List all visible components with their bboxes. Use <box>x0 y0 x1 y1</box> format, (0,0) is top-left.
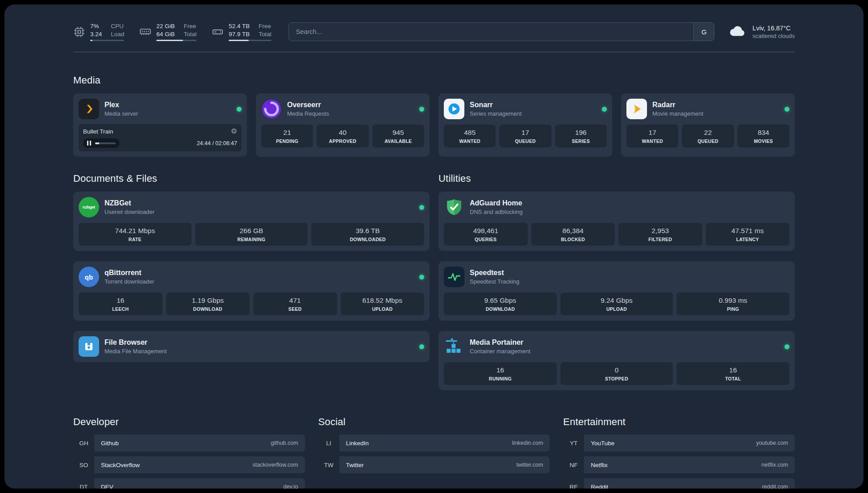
service-name: Speedtest <box>470 269 519 277</box>
service-card-portainer[interactable]: Media Portainer Container management 16 … <box>438 331 795 390</box>
bookmark-name: DEV <box>101 484 113 489</box>
bookmark-linkedin[interactable]: LI LinkedIn linkedin.com <box>318 435 550 451</box>
service-desc: Movie management <box>652 110 703 117</box>
bookmark-name: YouTube <box>591 440 614 447</box>
stat-value: 266 GB <box>197 227 306 235</box>
status-dot <box>785 344 789 349</box>
stat-label: APPROVED <box>318 138 367 144</box>
disk-widget: 52.4 TB 97.9 TB Free Total <box>212 22 271 41</box>
search-provider-button[interactable]: G <box>693 23 714 41</box>
bookmark-abbr: DT <box>73 478 94 489</box>
stat-box: 21 PENDING <box>261 125 313 147</box>
topbar: 7% 3.24 CPU Load <box>73 21 795 42</box>
bookmark-name: Reddit <box>591 484 608 489</box>
service-desc: Container management <box>470 348 530 355</box>
stat-box: 16 RUNNING <box>444 362 557 385</box>
status-dot <box>419 275 424 280</box>
bookmark-url: youtube.com <box>756 440 788 446</box>
nzbget-icon: nzbget <box>79 197 99 217</box>
bookmark-abbr: SO <box>73 456 94 473</box>
adguard-icon <box>444 197 464 217</box>
service-card-qbittorrent[interactable]: qb qBittorrent Torrent downloader 16 LEE… <box>73 261 430 321</box>
stat-box: 498,461 QUERIES <box>444 223 528 246</box>
bookmark-github[interactable]: GH Github github.com <box>73 435 305 451</box>
service-card-plex[interactable]: Plex Media server Bullet Train ⚙ <box>73 93 247 157</box>
stat-box: 834 MOVIES <box>738 125 789 147</box>
bookmark-abbr: LI <box>318 435 339 451</box>
stat-box: 196 SERIES <box>555 125 607 147</box>
bookmark-url: dev.to <box>284 484 298 489</box>
service-name: Plex <box>104 101 138 109</box>
bookmark-abbr: TW <box>318 456 339 473</box>
service-name: AdGuard Home <box>470 199 523 207</box>
status-dot <box>419 107 424 112</box>
bookmarks: Developer GH Github github.com SO StackO… <box>73 416 795 489</box>
service-name: Media Portainer <box>470 338 530 347</box>
memory-labels: Free Total <box>184 22 197 38</box>
stat-label: REMAINING <box>197 237 306 242</box>
stat-box: 16 LEECH <box>79 292 163 315</box>
stat-value: 17 <box>501 129 549 137</box>
bookmark-dev[interactable]: DT DEV dev.to <box>73 478 305 489</box>
service-card-radarr[interactable]: Radarr Movie management 17 WANTED 22 QUE… <box>621 93 795 157</box>
stat-value: 196 <box>557 129 605 137</box>
section-title-entertainment: Entertainment <box>563 416 795 428</box>
service-card-overseerr[interactable]: Overseerr Media Requests 21 PENDING 40 A… <box>256 93 430 157</box>
memory-values: 22 GiB 64 GiB <box>156 22 175 38</box>
disk-total: 97.9 TB <box>229 30 250 38</box>
bookmark-name: Twitter <box>346 462 364 468</box>
bookmark-twitter[interactable]: TW Twitter twitter.com <box>318 456 550 473</box>
stat-box: 86,384 BLOCKED <box>531 223 615 246</box>
stat-label: DOWNLOAD <box>446 306 555 312</box>
bookmark-abbr: YT <box>563 435 584 451</box>
plex-icon <box>79 99 99 119</box>
stat-box: 744.21 Mbps RATE <box>79 223 192 246</box>
stat-label: RATE <box>80 237 190 242</box>
stat-box: 266 GB REMAINING <box>195 223 308 246</box>
stat-box: 9.65 Gbps DOWNLOAD <box>444 292 557 315</box>
service-card-speedtest[interactable]: Speedtest Speedtest Tracking 9.65 Gbps D… <box>438 261 795 321</box>
weather-condition: scattered clouds <box>752 33 795 39</box>
service-name: Sonarr <box>470 101 522 109</box>
bookmark-name: StackOverflow <box>101 462 140 468</box>
bookmarks-social: Social LI LinkedIn linkedin.com TW Twitt… <box>318 416 550 489</box>
service-card-adguard[interactable]: AdGuard Home DNS and adblocking 498,461 … <box>438 192 795 251</box>
service-card-sonarr[interactable]: Sonarr Series management 485 WANTED 17 Q… <box>438 93 612 157</box>
stat-value: 21 <box>263 129 311 137</box>
service-card-nzbget[interactable]: nzbget NZBGet Usenet downloader 744.21 M… <box>73 192 430 251</box>
search-input[interactable] <box>289 23 694 41</box>
stat-value: 471 <box>255 297 335 305</box>
bookmark-name: LinkedIn <box>346 440 369 447</box>
service-desc: DNS and adblocking <box>470 209 523 215</box>
middle-columns: Documents & Files nzbget NZBGet Usenet d… <box>73 173 795 390</box>
bookmark-stackoverflow[interactable]: SO StackOverflow stackoverflow.com <box>73 456 305 473</box>
memory-free: 22 GiB <box>156 22 175 30</box>
gear-icon[interactable]: ⚙ <box>231 128 237 135</box>
stat-value: 39.6 TB <box>313 227 422 235</box>
stat-label: STOPPED <box>562 376 672 381</box>
service-name: Radarr <box>652 101 703 109</box>
stat-label: LATENCY <box>708 237 788 242</box>
pause-button[interactable] <box>83 138 120 148</box>
bookmark-reddit[interactable]: RE Reddit reddit.com <box>563 478 795 489</box>
stat-value: 0.993 ms <box>678 297 788 305</box>
disk-icon <box>212 26 224 38</box>
stat-value: 618.52 Mbps <box>342 297 423 305</box>
stat-value: 2,953 <box>620 227 701 235</box>
dashboard-container: 7% 3.24 CPU Load <box>73 4 795 489</box>
service-card-filebrowser[interactable]: File Browser Media File Management <box>73 331 430 362</box>
bookmark-youtube[interactable]: YT YouTube youtube.com <box>563 435 795 451</box>
disk-progress-bar <box>229 40 271 41</box>
stat-value: 16 <box>678 366 788 374</box>
cpu-icon <box>73 26 85 38</box>
bookmark-netflix[interactable]: NF Netflix netflix.com <box>563 456 795 473</box>
bookmark-url: netflix.com <box>761 462 788 468</box>
stat-value: 834 <box>739 129 788 137</box>
stat-label: BLOCKED <box>533 237 613 242</box>
stat-box: 0 STOPPED <box>560 362 673 385</box>
stat-label: QUEUED <box>684 138 732 144</box>
cpu-widget: 7% 3.24 CPU Load <box>73 22 124 41</box>
search-bar: G <box>288 22 715 41</box>
cpu-load: 3.24 <box>90 30 102 38</box>
service-name: qBittorrent <box>104 269 154 277</box>
